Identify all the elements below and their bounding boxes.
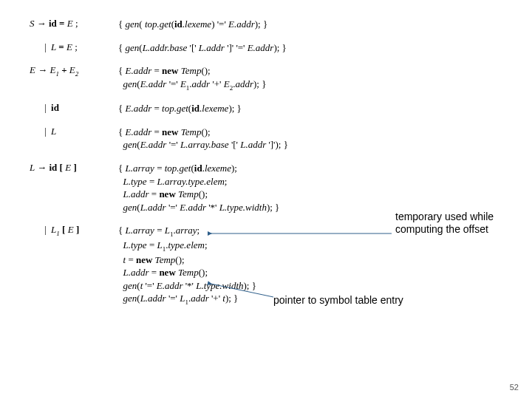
arrow-icon — [207, 279, 281, 301]
sdd-grammar-block: S → id = E ; { gen( top.get(id.lexeme) '… — [30, 18, 502, 317]
production-lhs: L → id [ E ] — [30, 162, 118, 174]
production-lhs: E → E1 + E2 — [30, 64, 118, 78]
production-sem: { E.addr = new Temp(); gen(E.addr '=' E1… — [118, 64, 502, 92]
production-sem: { gen(L.addr.base '[' L.addr ']' '=' E.a… — [118, 41, 502, 55]
svg-line-1 — [211, 284, 273, 297]
production-lhs: S → id = E ; — [30, 18, 118, 30]
production-lhs: | id — [30, 102, 118, 114]
annotation-temp-offset: temporary used while computing the offse… — [395, 211, 506, 236]
production-sem: { E.addr = new Temp(); gen(E.addr '=' L.… — [118, 126, 502, 151]
production-sem: { L.array = top.get(id.lexeme); L.type =… — [118, 162, 502, 214]
production-lhs: | L1 [ E ] — [30, 224, 118, 237]
production-sem: { E.addr = top.get(id.lexeme); } — [118, 102, 502, 115]
arrow-icon — [207, 229, 399, 244]
production-lhs: | L — [30, 126, 118, 137]
annotation-symtab-pointer: pointer to symbol table entry — [273, 294, 466, 307]
production-sem: { gen( top.get(id.lexeme) '=' E.addr); } — [118, 18, 502, 31]
page-number: 52 — [510, 383, 519, 392]
production-lhs: | L = E ; — [30, 41, 118, 53]
